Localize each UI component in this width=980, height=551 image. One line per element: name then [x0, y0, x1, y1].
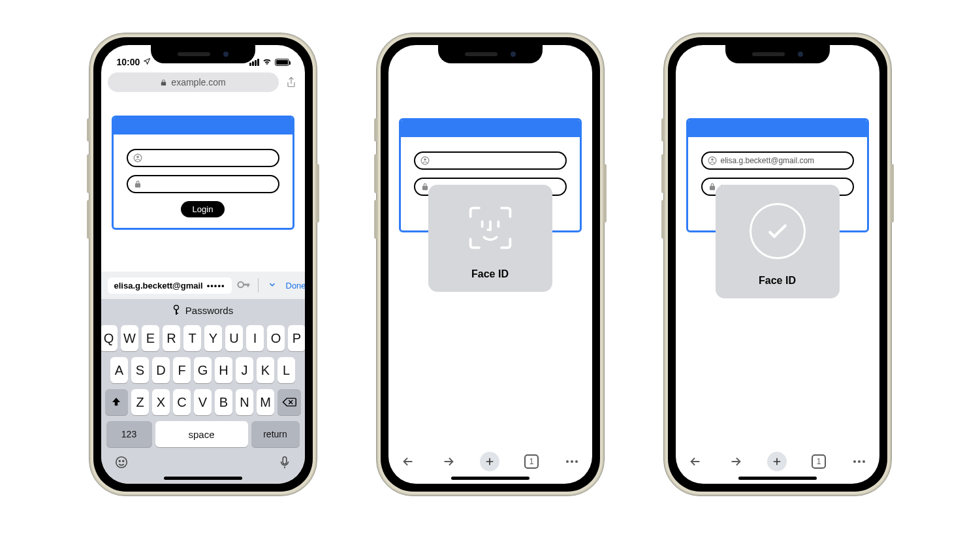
- key-c[interactable]: C: [173, 389, 191, 415]
- key-l[interactable]: L: [277, 357, 295, 383]
- key-x[interactable]: X: [152, 389, 170, 415]
- email-field[interactable]: elisa.g.beckett@gmail.com: [701, 151, 854, 170]
- keyboard-done[interactable]: Done: [286, 281, 305, 291]
- passwords-row[interactable]: Passwords: [101, 299, 305, 321]
- key-s[interactable]: S: [131, 357, 149, 383]
- check-icon: [750, 203, 806, 259]
- newtab-button[interactable]: [767, 452, 787, 471]
- key-space[interactable]: space: [155, 421, 248, 447]
- key-return[interactable]: return: [251, 421, 300, 447]
- status-time: 10:00: [117, 57, 140, 67]
- backspace-key[interactable]: [277, 389, 301, 415]
- person-icon: [133, 153, 142, 163]
- tabs-button[interactable]: 1: [810, 453, 827, 470]
- credential-suggestion[interactable]: elisa.g.beckett@gmail •••••: [108, 277, 232, 294]
- newtab-button[interactable]: [480, 452, 499, 471]
- key-e[interactable]: E: [142, 325, 159, 351]
- key-w[interactable]: W: [121, 325, 138, 351]
- faceid-label: Face ID: [471, 268, 509, 280]
- key-g[interactable]: G: [194, 357, 212, 383]
- key-n[interactable]: N: [236, 389, 253, 415]
- key-o[interactable]: O: [267, 325, 285, 351]
- key-y[interactable]: Y: [204, 325, 222, 351]
- keyboard-suggestion-row: elisa.g.beckett@gmail ••••• Done: [101, 272, 305, 299]
- svg-rect-7: [176, 313, 178, 314]
- home-indicator[interactable]: [164, 477, 242, 480]
- svg-point-2: [238, 281, 244, 287]
- key-icon: [172, 305, 180, 315]
- back-button[interactable]: [687, 453, 704, 470]
- email-field[interactable]: [414, 151, 567, 170]
- screen: 10:00 example.com: [101, 45, 305, 484]
- faceid-prompt: Face ID: [716, 185, 840, 298]
- location-icon: [143, 57, 151, 67]
- password-field[interactable]: [127, 175, 279, 193]
- faceid-prompt: Face ID: [428, 185, 552, 292]
- svg-point-8: [116, 457, 127, 468]
- email-field[interactable]: [127, 149, 279, 167]
- phone-mockup-2: Login Face ID 1: [376, 33, 605, 496]
- key-m[interactable]: M: [257, 389, 274, 415]
- key-r[interactable]: R: [163, 325, 180, 351]
- key-j[interactable]: J: [236, 357, 253, 383]
- back-button[interactable]: [400, 453, 417, 470]
- lock-icon: [160, 79, 167, 86]
- person-icon: [708, 156, 717, 165]
- key-u[interactable]: U: [225, 325, 243, 351]
- shift-key[interactable]: [105, 389, 129, 415]
- emoji-button[interactable]: [114, 455, 129, 472]
- more-button[interactable]: [851, 453, 868, 470]
- forward-button[interactable]: [727, 453, 744, 470]
- share-button[interactable]: [284, 75, 298, 89]
- notch: [725, 45, 830, 63]
- svg-point-1: [136, 156, 139, 159]
- chevron-down-icon[interactable]: [266, 280, 278, 291]
- key-v[interactable]: V: [194, 389, 212, 415]
- svg-point-5: [174, 306, 178, 310]
- key-a[interactable]: A: [110, 357, 128, 383]
- more-button[interactable]: [563, 453, 580, 470]
- forward-button[interactable]: [440, 453, 457, 470]
- key-t[interactable]: T: [183, 325, 201, 351]
- home-indicator[interactable]: [738, 477, 817, 480]
- wifi-icon: [262, 57, 272, 67]
- key-d[interactable]: D: [152, 357, 170, 383]
- key-q[interactable]: Q: [101, 325, 118, 351]
- svg-rect-6: [176, 309, 177, 315]
- notch: [438, 45, 543, 63]
- svg-point-15: [711, 159, 714, 161]
- login-button[interactable]: Login: [181, 201, 225, 217]
- key-h[interactable]: H: [215, 357, 232, 383]
- faceid-icon: [466, 203, 515, 253]
- email-value: elisa.g.beckett@gmail.com: [721, 156, 815, 165]
- key-i[interactable]: I: [246, 325, 264, 351]
- battery-icon: [275, 59, 289, 66]
- svg-point-13: [424, 159, 426, 161]
- svg-point-10: [122, 460, 123, 462]
- person-icon: [420, 156, 430, 165]
- screen: elisa.g.beckett@gmail.com •••••••••• Log…: [676, 45, 879, 484]
- key-z[interactable]: Z: [131, 389, 149, 415]
- lock-icon: [133, 180, 142, 189]
- phone-mockup-3: elisa.g.beckett@gmail.com •••••••••• Log…: [663, 33, 892, 496]
- key-f[interactable]: F: [173, 357, 191, 383]
- key-123[interactable]: 123: [106, 421, 152, 447]
- faceid-label: Face ID: [759, 275, 796, 287]
- screen: Login Face ID 1: [388, 45, 592, 484]
- key-k[interactable]: K: [257, 357, 274, 383]
- svg-rect-4: [247, 283, 248, 287]
- svg-point-9: [119, 460, 120, 462]
- key-p[interactable]: P: [288, 325, 305, 351]
- phone-mockup-1: 10:00 example.com: [89, 33, 317, 496]
- login-card: Login: [112, 116, 294, 230]
- notch: [151, 45, 255, 63]
- tabs-button[interactable]: 1: [523, 453, 540, 470]
- home-indicator[interactable]: [451, 477, 530, 480]
- url-bar[interactable]: example.com: [108, 72, 279, 92]
- url-text: example.com: [171, 77, 225, 87]
- lock-icon: [708, 182, 717, 191]
- lock-icon: [420, 182, 430, 191]
- key-icon[interactable]: [237, 280, 250, 291]
- mic-button[interactable]: [277, 455, 292, 472]
- key-b[interactable]: B: [215, 389, 232, 415]
